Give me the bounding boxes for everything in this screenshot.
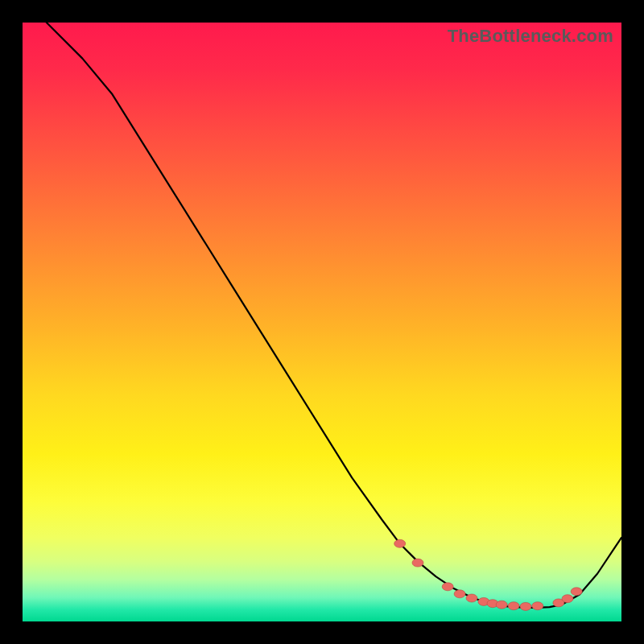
chart-dot — [532, 602, 543, 610]
chart-dot — [454, 590, 465, 598]
chart-svg — [23, 23, 621, 621]
chart-dot — [466, 594, 477, 602]
chart-dot — [412, 559, 423, 567]
chart-dot — [571, 588, 582, 596]
chart-dot — [562, 595, 573, 603]
chart-plot-area: TheBottleneck.com — [23, 23, 621, 621]
chart-dot — [508, 602, 519, 610]
chart-stage: TheBottleneck.com — [0, 0, 644, 644]
chart-dot — [394, 539, 406, 547]
chart-dot — [520, 602, 531, 610]
chart-line — [47, 23, 621, 608]
chart-dots-group — [394, 539, 583, 610]
chart-dot — [442, 583, 453, 591]
chart-dot — [496, 601, 507, 609]
